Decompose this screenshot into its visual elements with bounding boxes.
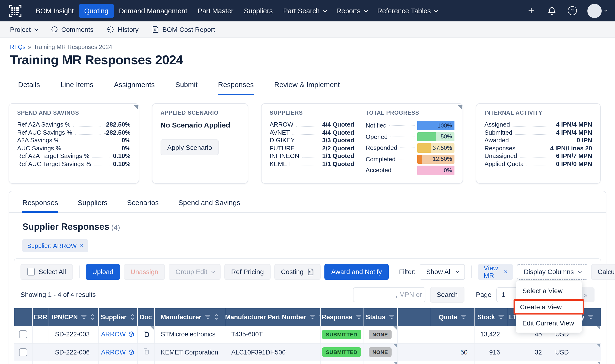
nav-item-quoting[interactable]: Quoting xyxy=(79,4,114,18)
header-hidden[interactable] xyxy=(397,308,431,326)
tab-review-implement[interactable]: Review & Implement xyxy=(274,80,340,95)
tab-line-items[interactable]: Line Items xyxy=(60,80,93,95)
metric-label: A2A Savings % xyxy=(17,137,60,144)
header-response[interactable]: Response xyxy=(320,308,363,326)
activity-row: Awarded0 IPN xyxy=(484,137,592,144)
nav-item-bom-insight[interactable]: BOM Insight xyxy=(30,4,79,18)
calculate-formulas-button[interactable]: Calculate Formulas xyxy=(591,264,615,280)
filter-icon[interactable] xyxy=(588,314,594,319)
unassign-button[interactable]: Unassign xyxy=(124,264,165,280)
costing-button[interactable]: Costing $ xyxy=(274,264,321,280)
header-doc[interactable]: Doc xyxy=(137,308,154,326)
select-all-button[interactable]: Select All xyxy=(20,264,73,280)
cell-currency: USD xyxy=(549,361,601,364)
ref-pricing-button[interactable]: Ref Pricing xyxy=(225,264,271,280)
sort-icon[interactable] xyxy=(130,313,135,320)
filter-icon[interactable] xyxy=(81,314,87,319)
row-checkbox[interactable] xyxy=(19,348,27,356)
nav-item-demand-management[interactable]: Demand Management xyxy=(114,4,192,18)
group-edit-button[interactable]: Group Edit xyxy=(169,264,221,280)
header-quota[interactable]: Quota xyxy=(431,308,475,326)
history-button[interactable]: History xyxy=(107,26,139,33)
subtab-responses[interactable]: Responses xyxy=(22,198,58,212)
display-columns-button[interactable]: Display Columns xyxy=(517,264,587,280)
filter-icon[interactable] xyxy=(389,314,395,319)
display-columns-wrap: Display Columns Select a View Create a V… xyxy=(517,264,587,280)
filter-icon[interactable] xyxy=(498,314,504,319)
nav-item-part-master[interactable]: Part Master xyxy=(192,4,239,18)
metric-row: A2A Savings %0% xyxy=(17,137,131,144)
supplier-row: FUTURE2/2 Quoted xyxy=(270,144,354,152)
header-status[interactable]: Status xyxy=(363,308,397,326)
sort-icon[interactable] xyxy=(90,313,95,320)
cell-doc xyxy=(137,361,154,364)
nav-item-suppliers[interactable]: Suppliers xyxy=(239,4,278,18)
award-and-notify-button[interactable]: Award and Notify xyxy=(324,264,388,280)
activity-row: Applied Quota0 IPN/0 MPN xyxy=(484,160,592,168)
help-icon[interactable]: ? xyxy=(567,5,577,16)
search-button[interactable]: Search xyxy=(430,287,465,302)
apply-scenario-button[interactable]: Apply Scenario xyxy=(161,139,219,155)
remove-view-icon[interactable]: × xyxy=(504,268,507,275)
header-ipn-cpn[interactable]: IPN/CPN xyxy=(49,308,98,326)
comments-button[interactable]: Comments xyxy=(50,26,93,33)
nav-item-reference-tables[interactable]: Reference Tables xyxy=(372,4,442,18)
row-checkbox[interactable] xyxy=(19,330,27,338)
header-stock[interactable]: Stock xyxy=(475,308,507,326)
tab-responses[interactable]: Responses xyxy=(218,80,254,95)
supplier-link[interactable]: ARROW xyxy=(101,349,134,356)
subtab-spend-and-savings[interactable]: Spend and Savings xyxy=(178,198,240,212)
bom-cost-report-button[interactable]: $ BOM Cost Report xyxy=(152,26,215,33)
supplier-filter-chip[interactable]: Supplier: ARROW× xyxy=(22,239,88,252)
header-supplier[interactable]: Supplier xyxy=(98,308,137,326)
view-mr-chip[interactable]: View: MR× xyxy=(478,264,513,280)
copy-doc-icon[interactable] xyxy=(142,330,149,337)
menu-item-select-a-view[interactable]: Select a View xyxy=(516,283,582,298)
internal-activity-card: INTERNAL ACTIVITY Assigned4 IPN/4 MPN Su… xyxy=(476,103,601,183)
search-input[interactable]: , MPN or xyxy=(353,287,425,302)
breadcrumb-rfqs-link[interactable]: RFQs xyxy=(10,44,26,51)
filter-icon[interactable] xyxy=(310,314,315,319)
display-columns-label: Display Columns xyxy=(524,268,574,275)
remove-filter-icon[interactable]: × xyxy=(80,242,83,249)
top-nav: BOM Insight Quoting Demand Management Pa… xyxy=(0,0,615,21)
add-icon[interactable]: + xyxy=(526,5,536,16)
tab-assignments[interactable]: Assignments xyxy=(114,80,155,95)
activity-row: Unassigned6 IPN/7 MPN xyxy=(484,152,592,160)
filter-icon[interactable] xyxy=(356,314,362,319)
costing-doc-icon: $ xyxy=(307,268,314,275)
supplier-link[interactable]: ARROW xyxy=(101,331,134,338)
cell-doc xyxy=(137,326,154,343)
nav-item-part-search[interactable]: Part Search xyxy=(278,4,331,18)
supplier-quoted: 1/1 Quoted xyxy=(322,152,354,159)
copy-doc-icon[interactable] xyxy=(142,348,149,355)
menu-item-edit-current-view[interactable]: Edit Current View xyxy=(516,316,582,330)
menu-item-create-a-view[interactable]: Create a View xyxy=(514,299,584,314)
user-menu[interactable] xyxy=(587,4,606,18)
header-manufacturer-part-number[interactable]: Manufacturer Part Number xyxy=(225,308,320,326)
sort-icon[interactable] xyxy=(214,313,219,320)
filter-icon[interactable] xyxy=(205,314,211,319)
activity-label: Awarded xyxy=(484,137,509,144)
subtab-scenarios[interactable]: Scenarios xyxy=(127,198,159,212)
header-err[interactable]: ERR xyxy=(32,308,49,326)
filter-icon[interactable] xyxy=(461,314,466,319)
app-logo-icon[interactable] xyxy=(9,4,22,17)
cell-corner-marker xyxy=(393,344,396,347)
progress-value: 37.50% xyxy=(433,145,452,151)
show-all-dropdown[interactable]: Show All xyxy=(419,264,465,280)
subtab-suppliers[interactable]: Suppliers xyxy=(78,198,108,212)
tab-submit[interactable]: Submit xyxy=(175,80,197,95)
context-toolbar: Project Comments History $ BOM Cost Repo… xyxy=(0,21,615,38)
section-title-text: Supplier Responses xyxy=(22,221,109,232)
tab-details[interactable]: Details xyxy=(18,80,40,95)
select-all-checkbox[interactable] xyxy=(27,268,35,275)
select-all-label: Select All xyxy=(39,268,66,275)
header-manufacturer[interactable]: Manufacturer xyxy=(154,308,225,326)
upload-button[interactable]: Upload xyxy=(85,264,120,280)
nav-item-reports[interactable]: Reports xyxy=(331,4,372,18)
sub-tabs: Responses Suppliers Scenarios Spend and … xyxy=(9,191,606,212)
notifications-bell-icon[interactable] xyxy=(547,5,557,16)
cell-response: SUBMITTED xyxy=(320,343,363,361)
project-dropdown[interactable]: Project xyxy=(10,26,37,33)
